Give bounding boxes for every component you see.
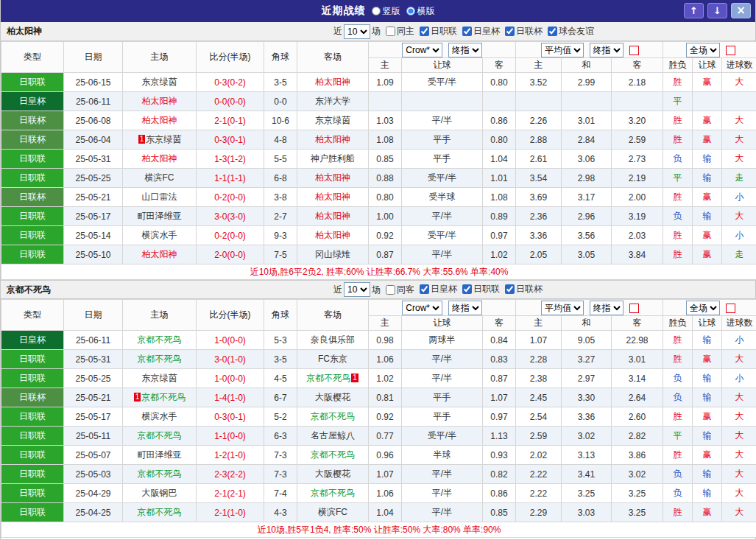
home-team-cell[interactable]: 柏太阳神 (123, 111, 197, 130)
score-cell[interactable]: 0-0(0-0) (197, 92, 264, 111)
layout-radio-vertical[interactable]: 竖版 (372, 5, 400, 18)
home-team-cell[interactable]: 大阪钢巴 (123, 484, 197, 503)
away-team-cell[interactable]: 柏太阳神 (297, 207, 369, 226)
team-link[interactable]: 柏太阳神 (315, 77, 350, 87)
league-checkbox[interactable] (505, 27, 515, 36)
same-side-checkbox[interactable] (386, 285, 395, 295)
away-team-cell[interactable]: 柏太阳神 (297, 169, 369, 188)
home-team-cell[interactable]: 京都不死鸟 (123, 465, 197, 484)
team-link[interactable]: 名古屋鲸八 (311, 430, 355, 441)
team-link[interactable]: 山口雷法 (142, 192, 177, 202)
away-team-cell[interactable]: 柏太阳神 (297, 226, 369, 245)
team-link[interactable]: 京都不死鸟 (311, 488, 355, 498)
team-link[interactable]: 京都不死鸟 (138, 334, 182, 345)
team-link[interactable]: 柏太阳神 (315, 211, 350, 221)
same-side-checkbox[interactable] (386, 27, 395, 36)
team-link[interactable]: 东洋大学 (315, 96, 350, 106)
away-team-cell[interactable]: 柏太阳神 (297, 73, 369, 92)
team-link[interactable]: 京都不死鸟 (138, 469, 182, 479)
score-cell[interactable]: 0-3(0-1) (197, 130, 264, 150)
home-team-cell[interactable]: 东京绿茵 (123, 369, 197, 388)
away-team-cell[interactable]: 东洋大学 (297, 92, 369, 111)
home-team-cell[interactable]: 京都不死鸟 (123, 503, 197, 522)
score-cell[interactable]: 0-2(0-0) (197, 226, 264, 245)
arrow-down-icon[interactable]: ↓ (707, 3, 727, 18)
horizontal-radio-input[interactable] (406, 7, 415, 15)
bookmaker-select[interactable]: Crow* (402, 301, 442, 315)
score-cell[interactable]: 2-0(0-0) (197, 245, 264, 264)
home-team-cell[interactable]: 柏太阳神 (123, 245, 197, 264)
team-link[interactable]: 京都不死鸟 (138, 354, 182, 364)
home-team-cell[interactable]: 山口雷法 (123, 188, 197, 207)
team-link[interactable]: 柏太阳神 (142, 115, 177, 125)
away-team-cell[interactable]: 奈良俱乐部 (297, 331, 369, 350)
away-team-cell[interactable]: FC东京 (297, 350, 369, 369)
team-link[interactable]: 町田泽维亚 (138, 211, 182, 221)
team-link[interactable]: 京都不死鸟 (138, 507, 182, 517)
home-team-cell[interactable]: 横滨水手 (123, 407, 197, 427)
score-cell[interactable]: 2-1(0-1) (197, 111, 264, 130)
home-team-cell[interactable]: 町田泽维亚 (123, 446, 197, 465)
home-team-cell[interactable]: 横滨水手 (123, 226, 197, 245)
score-cell[interactable]: 2-1(2-1) (197, 484, 264, 503)
same-side-filter[interactable]: 同主 (381, 25, 414, 38)
team-link[interactable]: 大阪樱花 (315, 392, 350, 402)
team-link[interactable]: 柏太阳神 (315, 134, 350, 144)
final-odds-select[interactable]: 终指 (448, 43, 482, 57)
away-team-cell[interactable]: 名古屋鲸八 (297, 427, 369, 446)
arrow-up-icon[interactable]: ↑ (684, 3, 704, 18)
team-link[interactable]: 京都不死鸟 (306, 373, 350, 383)
team-link[interactable]: 横滨水手 (142, 230, 177, 240)
team-link[interactable]: FC东京 (318, 354, 347, 364)
score-cell[interactable]: 1-0(0-0) (197, 331, 264, 350)
score-cell[interactable]: 1-1(0-0) (197, 427, 264, 446)
match-count-select[interactable]: 10 (344, 24, 370, 39)
average-select[interactable]: 平均值 (541, 301, 584, 315)
league-filter[interactable]: 日职联 (457, 283, 500, 295)
home-team-cell[interactable]: 京都不死鸟 (123, 427, 197, 446)
team-link[interactable]: 东京绿茵 (315, 115, 350, 125)
team-link[interactable]: 冈山绿雉 (315, 249, 350, 259)
league-checkbox[interactable] (420, 284, 429, 294)
scope-select[interactable]: 全场 (686, 301, 720, 315)
team-link[interactable]: 大阪樱花 (315, 469, 350, 479)
league-filter[interactable]: 日皇杯 (414, 283, 457, 295)
league-filter[interactable]: 日联杯 (500, 283, 543, 295)
away-team-cell[interactable]: 冈山绿雉 (297, 245, 369, 264)
league-checkbox[interactable] (420, 27, 429, 36)
away-team-cell[interactable]: 柏太阳神 (297, 130, 369, 150)
close-icon[interactable]: × (731, 3, 751, 18)
score-cell[interactable]: 3-0(1-0) (197, 350, 264, 369)
layout-radio-horizontal[interactable]: 横版 (406, 5, 435, 18)
team-link[interactable]: 东京绿茵 (142, 373, 177, 383)
average-select[interactable]: 平均值 (541, 43, 584, 57)
final-odds-select[interactable]: 终指 (590, 301, 623, 315)
home-team-cell[interactable]: 横滨FC (123, 169, 197, 188)
home-team-cell[interactable]: 东京绿茵 (123, 73, 197, 92)
team-link[interactable]: 柏太阳神 (315, 172, 350, 183)
team-link[interactable]: 京都不死鸟 (138, 430, 182, 441)
final-odds-select[interactable]: 终指 (448, 301, 482, 315)
away-team-cell[interactable]: 东京绿茵 (297, 111, 369, 130)
away-team-cell[interactable]: 大阪樱花 (297, 388, 369, 407)
team-link[interactable]: 柏太阳神 (142, 153, 177, 164)
home-team-cell[interactable]: 柏太阳神 (123, 92, 197, 111)
match-count-select[interactable]: 10 (344, 282, 370, 297)
league-filter[interactable]: 日皇杯 (457, 25, 500, 38)
league-checkbox[interactable] (505, 284, 515, 294)
score-cell[interactable]: 2-1(1-0) (197, 503, 264, 522)
same-side-filter[interactable]: 同客 (381, 284, 414, 296)
league-checkbox[interactable] (548, 27, 557, 36)
team-link[interactable]: 大阪钢巴 (142, 488, 177, 498)
team-link[interactable]: 柏太阳神 (315, 192, 350, 202)
score-cell[interactable]: 1-4(1-0) (197, 388, 264, 407)
home-team-cell[interactable]: 京都不死鸟 (123, 350, 197, 369)
team-link[interactable]: 京都不死鸟 (311, 449, 355, 460)
team-link[interactable]: 神户胜利船 (311, 153, 355, 164)
league-filter[interactable]: 球会友谊 (543, 25, 594, 38)
league-checkbox[interactable] (462, 27, 472, 36)
home-team-cell[interactable]: 1东京绿茵 (123, 130, 197, 150)
team-link[interactable]: 东京绿茵 (142, 77, 177, 87)
final-odds-select[interactable]: 终指 (590, 43, 623, 57)
score-cell[interactable]: 2-3(2-2) (197, 465, 264, 484)
